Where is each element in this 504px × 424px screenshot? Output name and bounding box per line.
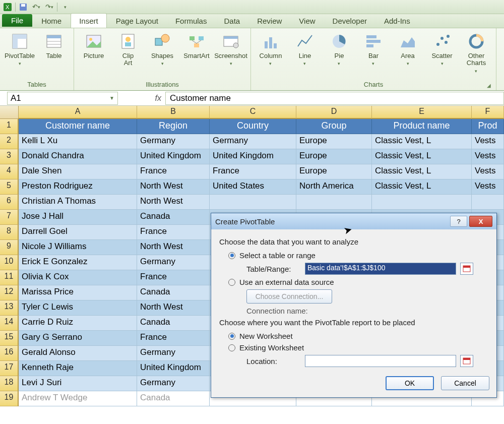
redo-icon[interactable]: ↷ ▾	[44, 2, 55, 13]
collapse-dialog-icon[interactable]	[460, 355, 473, 367]
cell[interactable]: Preston Rodriguez	[19, 179, 137, 195]
cell[interactable]: Europe	[296, 149, 372, 164]
tab-insert[interactable]: Insert	[71, 13, 107, 28]
cell[interactable]: Germany	[137, 255, 210, 270]
ribbon-clip-art-button[interactable]: ClipArt	[112, 30, 144, 68]
cell[interactable]: Gerald Alonso	[19, 346, 137, 361]
select-all-corner[interactable]	[0, 106, 19, 119]
cell[interactable]: United Kingdom	[210, 149, 296, 164]
cell[interactable]: Nicole J Williams	[19, 240, 137, 255]
column-label-cell[interactable]: Region	[137, 119, 210, 134]
cell[interactable]: Kelli L Xu	[19, 134, 137, 149]
cell[interactable]: Tyler C Lewis	[19, 300, 137, 316]
ribbon-line-button[interactable]: Line▾	[289, 30, 321, 68]
cell[interactable]: Olivia K Cox	[19, 270, 137, 285]
tab-add-ins[interactable]: Add-Ins	[376, 14, 418, 28]
radio-new-worksheet[interactable]: New Worksheet	[228, 332, 488, 340]
cell[interactable]: United Kingdom	[137, 149, 210, 164]
cell[interactable]: United States	[210, 179, 296, 195]
ribbon-smartart-button[interactable]: SmartArt	[181, 30, 212, 60]
cell[interactable]: Gary G Serrano	[19, 331, 137, 346]
save-icon[interactable]	[18, 2, 29, 13]
app-icon[interactable]: X	[2, 2, 13, 13]
cell[interactable]: France	[137, 331, 210, 346]
cell[interactable]: Darrell Goel	[19, 225, 137, 240]
cell[interactable]: France	[137, 164, 210, 179]
cell[interactable]: Christian A Thomas	[19, 195, 137, 210]
cell[interactable]: Andrew T Wedge	[19, 391, 137, 406]
formula-bar[interactable]: Customer name	[165, 92, 504, 105]
column-header[interactable]: E	[372, 106, 472, 119]
cell[interactable]: Levi J Suri	[19, 376, 137, 391]
cell[interactable]: Canada	[137, 316, 210, 331]
row-header[interactable]: 12	[0, 285, 19, 300]
row-header[interactable]: 10	[0, 255, 19, 270]
ribbon-shapes-button[interactable]: Shapes▾	[147, 30, 178, 68]
tab-file[interactable]: File	[2, 14, 32, 27]
collapse-dialog-icon[interactable]	[460, 263, 473, 275]
cell[interactable]: Vests	[472, 134, 504, 149]
ok-button[interactable]: OK	[386, 376, 434, 390]
cell[interactable]: Donald Chandra	[19, 149, 137, 164]
ribbon-area-button[interactable]: Area▾	[392, 30, 423, 68]
row-header[interactable]: 2	[0, 134, 19, 149]
cell[interactable]: Vests	[472, 149, 504, 164]
row-header[interactable]: 16	[0, 346, 19, 361]
row-header[interactable]: 5	[0, 179, 19, 195]
row-header[interactable]: 13	[0, 300, 19, 316]
ribbon-pie-button[interactable]: Pie▾	[324, 30, 355, 68]
ribbon-other-charts-button[interactable]: OtherCharts▾	[461, 30, 492, 75]
row-header[interactable]: 6	[0, 195, 19, 210]
ribbon-screenshot-button[interactable]: Screenshot▾	[215, 30, 246, 68]
cell[interactable]: Marissa Price	[19, 285, 137, 300]
cell[interactable]: Classic Vest, L	[372, 179, 472, 195]
cell[interactable]: Jose J Hall	[19, 210, 137, 225]
cell[interactable]: Dale Shen	[19, 164, 137, 179]
chevron-down-icon[interactable]: ▼	[109, 95, 114, 101]
cell[interactable]: Classic Vest, L	[372, 134, 472, 149]
cell[interactable]: Canada	[137, 285, 210, 300]
cell[interactable]: North West	[137, 240, 210, 255]
cell[interactable]: Germany	[137, 346, 210, 361]
ribbon-pivottable-button[interactable]: PivotTable▾	[4, 30, 35, 68]
radio-select-range[interactable]: Select a table or range	[228, 251, 488, 260]
cell[interactable]: Germany	[137, 376, 210, 391]
row-header[interactable]: 11	[0, 270, 19, 285]
column-label-cell[interactable]: Group	[296, 119, 372, 134]
column-header[interactable]: D	[296, 106, 372, 119]
cell[interactable]: Canada	[137, 210, 210, 225]
cell[interactable]: Canada	[137, 391, 210, 406]
ribbon-scatter-button[interactable]: Scatter▾	[426, 30, 458, 68]
radio-existing-worksheet[interactable]: Existing Worksheet	[228, 343, 488, 352]
cell[interactable]: Carrie D Ruiz	[19, 316, 137, 331]
column-header[interactable]: A	[19, 106, 137, 119]
cell[interactable]: Vests	[472, 164, 504, 179]
column-header[interactable]: C	[210, 106, 296, 119]
cell[interactable]: United Kingdom	[137, 361, 210, 376]
dialog-launcher-icon[interactable]: ◢	[487, 83, 491, 88]
cell[interactable]: North America	[296, 179, 372, 195]
row-header[interactable]: 9	[0, 240, 19, 255]
tab-home[interactable]: Home	[33, 14, 70, 28]
tab-review[interactable]: Review	[249, 14, 290, 28]
tab-view[interactable]: View	[291, 14, 323, 28]
cell[interactable]: France	[137, 270, 210, 285]
cell[interactable]: Classic Vest, L	[372, 149, 472, 164]
column-header[interactable]: F	[472, 106, 504, 119]
cell[interactable]: Germany	[210, 134, 296, 149]
cell[interactable]: North West	[137, 179, 210, 195]
row-header[interactable]: 7	[0, 210, 19, 225]
row-header[interactable]: 17	[0, 361, 19, 376]
cell[interactable]: North West	[137, 300, 210, 316]
cell[interactable]: Kenneth Raje	[19, 361, 137, 376]
column-label-cell[interactable]: Product name	[372, 119, 472, 134]
cell[interactable]: Erick E Gonzalez	[19, 255, 137, 270]
cell[interactable]: North West	[137, 195, 210, 210]
tab-developer[interactable]: Developer	[325, 14, 375, 28]
table-range-input[interactable]: Basic data'!$A$1:$J$100	[305, 263, 456, 275]
cell[interactable]: Classic Vest, L	[372, 164, 472, 179]
column-label-cell[interactable]: Prod	[472, 119, 504, 134]
cell[interactable]	[296, 195, 372, 210]
cell[interactable]: Germany	[137, 134, 210, 149]
location-input[interactable]	[305, 355, 456, 367]
